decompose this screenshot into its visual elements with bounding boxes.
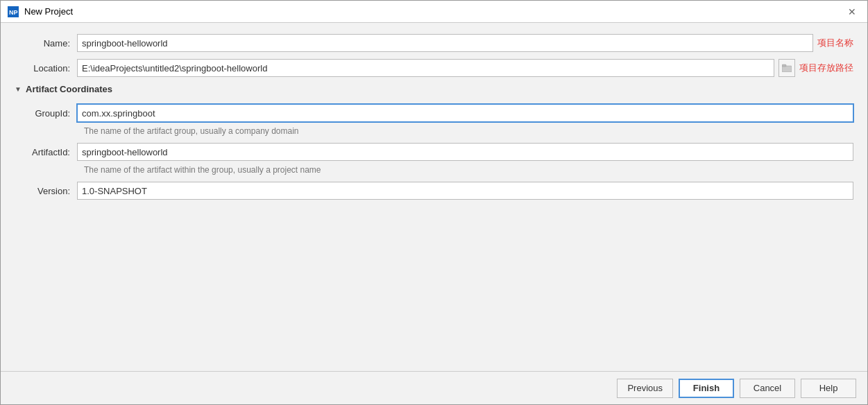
artifactid-input[interactable] <box>77 143 853 161</box>
dialog-title: New Project <box>24 6 73 17</box>
close-button[interactable]: ✕ <box>844 3 860 20</box>
groupid-input[interactable] <box>77 104 853 122</box>
location-input[interactable] <box>77 59 774 77</box>
location-label: Location: <box>15 63 77 74</box>
version-input-container <box>77 182 853 200</box>
dialog-content: Name: 项目名称 Location: 项目存放路径 <box>1 23 867 371</box>
title-bar-left: NP New Project <box>8 6 73 17</box>
groupid-label: GroupId: <box>15 108 77 119</box>
artifactid-label: ArtifactId: <box>15 147 77 157</box>
help-button[interactable]: Help <box>801 379 856 398</box>
version-input[interactable] <box>77 182 853 200</box>
svg-text:NP: NP <box>9 9 18 16</box>
location-input-container: 项目存放路径 <box>77 59 853 77</box>
new-project-dialog: NP New Project ✕ Name: 项目名称 Location: <box>0 0 868 405</box>
name-row: Name: 项目名称 <box>15 34 853 52</box>
name-input[interactable] <box>77 34 813 52</box>
svg-rect-2 <box>782 66 792 72</box>
previous-button[interactable]: Previous <box>617 379 673 398</box>
artifact-section-title: Artifact Coordinates <box>26 84 112 94</box>
dialog-footer: Previous Finish Cancel Help <box>1 371 867 404</box>
name-annotation: 项目名称 <box>817 37 853 49</box>
artifactid-input-container <box>77 143 853 161</box>
version-label: Version: <box>15 186 77 196</box>
cancel-button[interactable]: Cancel <box>740 379 795 398</box>
title-bar: NP New Project ✕ <box>1 1 867 23</box>
artifact-section-header: ▼ Artifact Coordinates <box>15 84 853 94</box>
name-input-container: 项目名称 <box>77 34 853 52</box>
finish-button[interactable]: Finish <box>679 379 734 398</box>
folder-browse-button[interactable] <box>778 59 795 77</box>
artifactid-row: ArtifactId: <box>15 143 853 161</box>
artifactid-hint: The name of the artifact within the grou… <box>84 165 853 175</box>
location-annotation: 项目存放路径 <box>799 62 853 74</box>
groupid-row: GroupId: <box>15 104 853 122</box>
groupid-input-container <box>77 104 853 122</box>
svg-rect-3 <box>782 64 786 67</box>
groupid-hint: The name of the artifact group, usually … <box>84 126 853 136</box>
version-row: Version: <box>15 182 853 200</box>
name-label: Name: <box>15 38 77 49</box>
location-row: Location: 项目存放路径 <box>15 59 853 77</box>
section-toggle-icon[interactable]: ▼ <box>15 86 22 93</box>
app-icon: NP <box>8 6 19 17</box>
